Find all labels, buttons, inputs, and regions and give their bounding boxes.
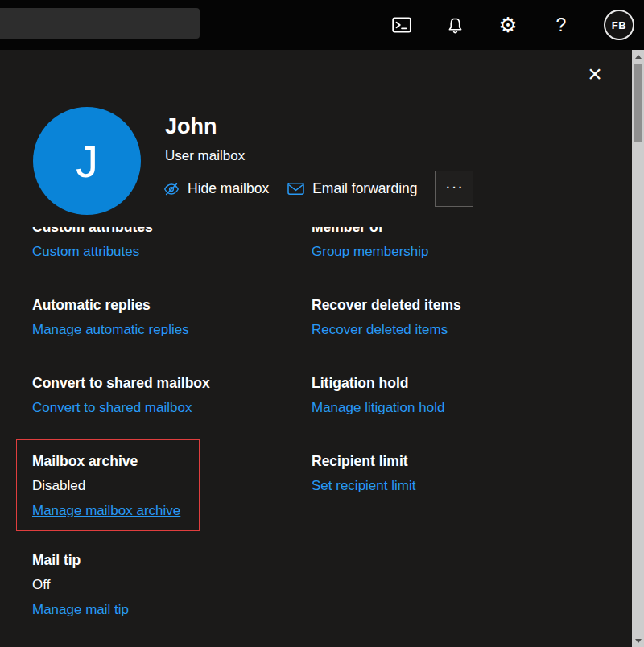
up-triangle-icon (635, 55, 642, 59)
recover-deleted-items-link[interactable]: Recover deleted items (312, 320, 448, 340)
terminal-icon[interactable] (391, 14, 412, 35)
section-title: Litigation hold (312, 373, 632, 393)
section-litigation-hold: Litigation hold Manage litigation hold (312, 373, 632, 418)
hide-mailbox-icon (163, 180, 180, 198)
bell-icon[interactable] (444, 14, 465, 35)
down-triangle-icon (635, 639, 642, 643)
group-membership-link[interactable]: Group membership (312, 242, 429, 262)
email-forwarding-button[interactable]: Email forwarding (287, 175, 417, 202)
email-forwarding-icon (287, 181, 305, 196)
section-title: Automatic replies (32, 295, 312, 315)
sections-grid: Custom attributes Custom attributes Auto… (0, 227, 632, 647)
mailbox-details-panel: × J John User mailbox Hide mailbox (0, 50, 632, 647)
section-title: Convert to shared mailbox (32, 373, 312, 393)
screen: ⚙ ? FB × J John User mailbox Hide mailbo… (0, 0, 644, 647)
section-title: Member of (312, 227, 632, 237)
convert-to-shared-mailbox-link[interactable]: Convert to shared mailbox (32, 398, 192, 418)
hide-mailbox-button[interactable]: Hide mailbox (163, 175, 269, 203)
set-recipient-limit-link[interactable]: Set recipient limit (312, 476, 415, 496)
help-icon[interactable]: ? (551, 14, 572, 35)
section-title: Mailbox archive (32, 451, 184, 471)
section-mailbox-archive-highlight-box: Mailbox archive Disabled Manage mailbox … (16, 439, 200, 531)
section-recipient-limit: Recipient limit Set recipient limit (312, 451, 632, 496)
email-forwarding-label: Email forwarding (312, 180, 417, 197)
account-avatar[interactable]: FB (604, 10, 634, 40)
details-scroll-area: Custom attributes Custom attributes Auto… (0, 227, 632, 647)
search-box[interactable] (0, 8, 200, 39)
section-convert-to-shared-mailbox: Convert to shared mailbox Convert to sha… (32, 373, 312, 418)
section-title: Recover deleted items (312, 295, 632, 315)
mailbox-avatar: J (33, 107, 141, 215)
sections-right-column: Member of Group membership Recover delet… (312, 227, 632, 647)
sections-left-column: Custom attributes Custom attributes Auto… (32, 227, 312, 647)
scrollbar-down-arrow[interactable] (632, 634, 644, 647)
hide-mailbox-label: Hide mailbox (188, 180, 269, 197)
gear-icon[interactable]: ⚙ (497, 14, 518, 35)
manage-automatic-replies-link[interactable]: Manage automatic replies (32, 320, 189, 340)
more-actions-button[interactable]: ··· (435, 171, 473, 207)
topbar: ⚙ ? FB (0, 0, 644, 50)
section-custom-attributes: Custom attributes Custom attributes (32, 227, 312, 262)
section-title: Custom attributes (32, 227, 312, 237)
manage-mail-tip-link[interactable]: Manage mail tip (32, 600, 129, 620)
section-recover-deleted-items: Recover deleted items Recover deleted it… (312, 295, 632, 340)
section-mail-tip: Mail tip Off Manage mail tip (32, 550, 312, 620)
manage-mailbox-archive-link[interactable]: Manage mailbox archive (32, 501, 180, 521)
vertical-scrollbar[interactable] (632, 50, 644, 647)
mailbox-name: John (165, 114, 217, 139)
profile-actions: Hide mailbox Email forwarding ··· (163, 171, 473, 207)
mailbox-type-label: User mailbox (165, 148, 245, 164)
section-automatic-replies: Automatic replies Manage automatic repli… (32, 295, 312, 340)
section-member-of: Member of Group membership (312, 227, 632, 262)
mailbox-archive-status: Disabled (32, 476, 184, 496)
scrollbar-up-arrow[interactable] (632, 50, 644, 63)
mail-tip-status: Off (32, 575, 312, 595)
scrollbar-thumb[interactable] (634, 64, 642, 142)
custom-attributes-link[interactable]: Custom attributes (32, 242, 139, 262)
section-title: Mail tip (32, 550, 312, 570)
manage-litigation-hold-link[interactable]: Manage litigation hold (312, 398, 444, 418)
section-title: Recipient limit (312, 451, 632, 471)
topbar-icons: ⚙ ? FB (391, 0, 634, 50)
close-icon[interactable]: × (582, 61, 608, 87)
